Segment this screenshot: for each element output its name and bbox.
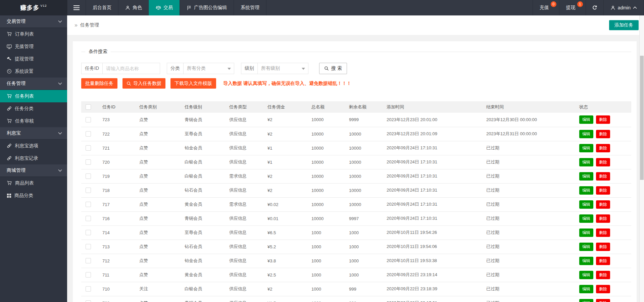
- cell-remaining: 10000: [349, 127, 387, 141]
- page-scrollbar[interactable]: [639, 15, 644, 302]
- delete-button[interactable]: 删除: [596, 243, 610, 251]
- row-checkbox[interactable]: [86, 173, 91, 179]
- sidebar-item-label: 商品分类: [14, 193, 33, 199]
- edit-button[interactable]: 编辑: [579, 299, 593, 302]
- category-select[interactable]: 所有分类: [183, 63, 234, 74]
- edit-button[interactable]: 编辑: [579, 285, 593, 293]
- sidebar-group[interactable]: 任务管理: [0, 78, 67, 90]
- sidebar-item[interactable]: 系统设置: [0, 65, 67, 78]
- sidebar-item[interactable]: 任务列表: [0, 90, 67, 102]
- topnav-item[interactable]: 角色: [118, 0, 149, 15]
- recharge-button[interactable]: 充值 0: [533, 0, 559, 15]
- cell-level: 钻石会员: [185, 240, 229, 254]
- cell-actions: 编辑删除: [579, 254, 631, 268]
- row-checkbox[interactable]: [86, 258, 91, 263]
- sidebar-item[interactable]: 任务分类: [0, 102, 67, 115]
- brand-name: 赚多多: [20, 4, 39, 12]
- edit-button[interactable]: 编辑: [579, 214, 593, 223]
- row-checkbox[interactable]: [86, 216, 91, 221]
- delete-button[interactable]: 删除: [596, 200, 610, 209]
- edit-button[interactable]: 编辑: [579, 172, 593, 181]
- delete-button[interactable]: 删除: [596, 158, 610, 166]
- download-template-button[interactable]: 下载导入文件模版: [170, 78, 216, 89]
- delete-button[interactable]: 删除: [596, 271, 610, 279]
- select-all-checkbox[interactable]: [86, 104, 91, 110]
- brand-version: V12: [40, 4, 47, 7]
- edit-button[interactable]: 编辑: [579, 130, 593, 138]
- cell-type: 供应信息: [229, 211, 267, 225]
- cell-end-time: 2023年12月31日 00:00:00: [486, 127, 579, 141]
- edit-button[interactable]: 编辑: [579, 115, 593, 124]
- sidebar-toggle-button[interactable]: [67, 0, 86, 15]
- cell-commission: ¥6.5: [267, 225, 311, 240]
- topnav-item-label: 系统管理: [241, 5, 259, 11]
- admin-menu[interactable]: admin: [603, 0, 644, 15]
- row-checkbox[interactable]: [86, 300, 91, 302]
- withdraw-button[interactable]: 提现 1: [559, 0, 586, 15]
- delete-button[interactable]: 删除: [596, 172, 610, 181]
- row-checkbox[interactable]: [86, 159, 91, 165]
- task-id-input[interactable]: [102, 63, 160, 74]
- row-checkbox[interactable]: [86, 202, 91, 207]
- edit-button[interactable]: 编辑: [579, 229, 593, 237]
- topnav-item[interactable]: 系统管理: [234, 0, 266, 15]
- delete-button[interactable]: 删除: [596, 285, 610, 293]
- row-checkbox[interactable]: [86, 145, 91, 151]
- clock-icon: [7, 69, 12, 74]
- import-data-button[interactable]: 导入任务数据: [122, 78, 165, 89]
- edit-button[interactable]: 编辑: [579, 243, 593, 251]
- edit-button[interactable]: 编辑: [579, 271, 593, 279]
- sidebar-group[interactable]: 利息宝: [0, 127, 67, 140]
- delete-button[interactable]: 删除: [596, 299, 610, 302]
- edit-button[interactable]: 编辑: [579, 158, 593, 166]
- edit-button[interactable]: 编辑: [579, 186, 593, 195]
- chevron-down-icon: [58, 82, 62, 85]
- delete-button[interactable]: 删除: [596, 130, 610, 138]
- row-checkbox[interactable]: [86, 230, 91, 235]
- delete-button[interactable]: 删除: [596, 229, 610, 237]
- row-checkbox[interactable]: [86, 272, 91, 278]
- cell-commission: ¥2: [267, 183, 311, 197]
- row-checkbox[interactable]: [86, 286, 91, 292]
- batch-delete-button[interactable]: 批量删除任务: [81, 78, 117, 89]
- sidebar-item[interactable]: 商品分类: [0, 189, 67, 202]
- delete-button[interactable]: 删除: [596, 115, 610, 124]
- withdraw-label: 提现: [566, 5, 576, 11]
- level-select[interactable]: 所有级别: [257, 63, 308, 74]
- sidebar-item[interactable]: 利息宝选项: [0, 140, 67, 152]
- edit-button[interactable]: 编辑: [579, 257, 593, 265]
- delete-button[interactable]: 删除: [596, 257, 610, 265]
- sidebar-item[interactable]: 充值管理: [0, 40, 67, 53]
- sidebar-item[interactable]: 提现管理: [0, 53, 67, 65]
- cell-remaining: 10000: [349, 155, 387, 169]
- topnav-item[interactable]: 交易: [149, 0, 180, 15]
- cell-task-id: 720: [102, 155, 139, 169]
- delete-button[interactable]: 删除: [596, 214, 610, 223]
- cell-type: 需求信息: [229, 169, 267, 183]
- scrollbar-thumb[interactable]: [640, 56, 644, 180]
- add-task-button[interactable]: 添加任务: [609, 20, 639, 30]
- row-checkbox[interactable]: [86, 117, 91, 122]
- delete-button[interactable]: 删除: [596, 144, 610, 152]
- sidebar-group[interactable]: 商城管理: [0, 164, 67, 177]
- sidebar-item[interactable]: 商品列表: [0, 177, 67, 189]
- sidebar-item[interactable]: 订单列表: [0, 28, 67, 40]
- cell-commission: ¥2: [267, 169, 311, 183]
- row-checkbox[interactable]: [86, 131, 91, 137]
- search-button[interactable]: 搜 索: [319, 63, 347, 74]
- edit-button[interactable]: 编辑: [579, 144, 593, 152]
- topnav-item[interactable]: 广告图公告编辑: [180, 0, 234, 15]
- row-checkbox[interactable]: [86, 244, 91, 249]
- delete-button[interactable]: 删除: [596, 186, 610, 195]
- content-card: 条件搜索 任务ID 分类 所有分类 级别 所有级别: [73, 41, 637, 302]
- sidebar-item[interactable]: 利息宝记录: [0, 152, 67, 164]
- row-checkbox[interactable]: [86, 188, 91, 193]
- topnav-item-label: 交易: [163, 5, 173, 11]
- edit-button[interactable]: 编辑: [579, 200, 593, 209]
- refresh-button[interactable]: [586, 0, 603, 15]
- sidebar-group[interactable]: 交易管理: [0, 15, 67, 28]
- cell-type: 供应信息: [229, 183, 267, 197]
- cell-type: 供应信息: [229, 155, 267, 169]
- topnav-item[interactable]: 后台首页: [86, 0, 118, 15]
- sidebar-item[interactable]: 任务审核: [0, 115, 67, 127]
